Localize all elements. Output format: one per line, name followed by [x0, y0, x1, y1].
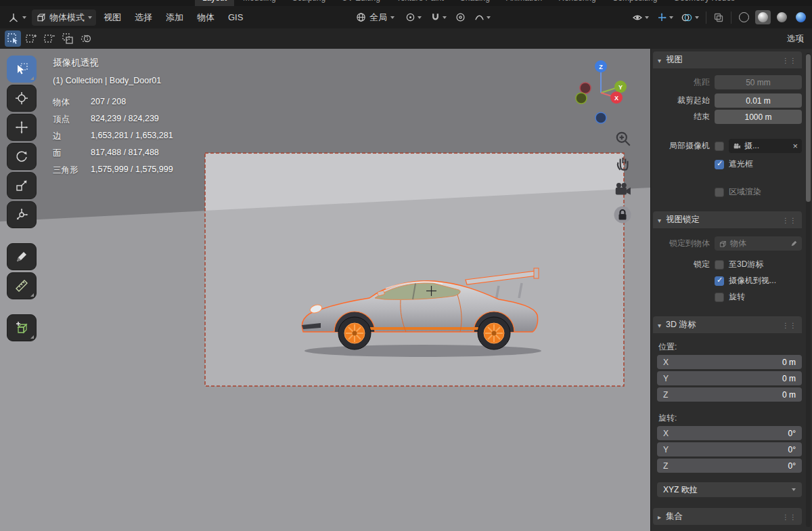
- select-mode-extend-button[interactable]: [23, 30, 39, 47]
- overlays-toggle[interactable]: [679, 11, 701, 24]
- focal-length-field[interactable]: 50 mm: [715, 75, 802, 89]
- panel-grip-icon[interactable]: [782, 215, 797, 225]
- menu-gis[interactable]: GIS: [222, 9, 249, 25]
- cursor-rotation-x-field[interactable]: X 0°: [657, 426, 802, 440]
- material-sphere-icon: [777, 12, 787, 22]
- viewport-statistics: 摄像机透视 (1) Collection | Body_Door01 物体207…: [53, 57, 173, 176]
- pivot-point-icon: [405, 12, 415, 22]
- proportional-falloff-select[interactable]: [472, 11, 493, 24]
- car-shadow: [304, 345, 541, 357]
- cursor-location-y-field[interactable]: Y 0 m: [657, 371, 802, 385]
- lock-to-object-field[interactable]: 物体: [715, 236, 802, 251]
- panel-grip-icon[interactable]: [782, 320, 797, 330]
- menu-object[interactable]: 物体: [191, 9, 221, 26]
- camera-lock-button[interactable]: [613, 205, 632, 224]
- workspace-tab-shading[interactable]: Shading: [453, 0, 497, 6]
- panel-header-view-lock[interactable]: 视图锁定: [653, 211, 802, 228]
- lock-to-object-label: 锁定到物体: [654, 238, 715, 249]
- tool-transform[interactable]: [7, 201, 37, 228]
- snap-toggle[interactable]: [428, 11, 449, 24]
- panel-header-collection[interactable]: 集合: [653, 508, 802, 525]
- tool-add-primitive[interactable]: [7, 314, 37, 341]
- panel-header-view[interactable]: 视图: [653, 51, 802, 68]
- scrollbar-thumb[interactable]: [806, 54, 811, 202]
- mode-select[interactable]: 物体模式: [32, 9, 96, 26]
- tool-options-button[interactable]: 选项: [787, 33, 804, 45]
- workspace-tab-uv-editing[interactable]: UV Editing: [334, 0, 388, 6]
- workspace-tab-modeling[interactable]: Modeling: [235, 0, 284, 6]
- workspace-tab-compositing[interactable]: Compositing: [605, 0, 665, 6]
- shading-wireframe-button[interactable]: [736, 10, 752, 24]
- stat-label: 边: [53, 131, 91, 142]
- passepartout-checkbox[interactable]: [715, 160, 724, 169]
- proportional-editing-toggle[interactable]: [453, 11, 468, 24]
- camera-to-view-checkbox[interactable]: [715, 276, 724, 286]
- select-mode-intersect-button[interactable]: [78, 30, 94, 47]
- panel-grip-icon[interactable]: [782, 512, 797, 522]
- tool-rotate[interactable]: [7, 143, 37, 170]
- editor-type-button[interactable]: [4, 10, 30, 25]
- panel-header-3d-cursor[interactable]: 3D 游标: [653, 316, 802, 333]
- rotation-mode-dropdown[interactable]: XYZ 欧拉: [657, 482, 802, 497]
- clip-end-field[interactable]: 1000 m: [715, 110, 802, 124]
- tool-annotate[interactable]: [7, 243, 37, 270]
- menu-add[interactable]: 添加: [160, 9, 189, 26]
- separator: [706, 12, 706, 24]
- xray-toggle[interactable]: [711, 11, 726, 24]
- cursor-rotation-y-field[interactable]: Y 0°: [657, 442, 802, 456]
- tool-move[interactable]: [7, 114, 37, 141]
- clip-start-field[interactable]: 0.01 m: [715, 93, 802, 108]
- select-intersect-icon: [80, 33, 92, 45]
- transform-orientation-select[interactable]: 全局: [352, 9, 399, 26]
- tool-scale[interactable]: [7, 172, 37, 199]
- chevron-down-icon: [658, 320, 666, 330]
- toolbar-gap: [7, 301, 37, 312]
- cursor-location-z-field[interactable]: Z 0 m: [657, 387, 802, 402]
- select-mode-subtract-button[interactable]: [41, 30, 58, 47]
- select-mode-set-button[interactable]: [5, 30, 21, 47]
- workspace-tab-animation[interactable]: Animation: [499, 0, 549, 6]
- shading-rendered-button[interactable]: [793, 10, 809, 24]
- shading-material-button[interactable]: [774, 10, 790, 24]
- lock-to-cursor-checkbox[interactable]: [715, 260, 724, 270]
- gizmos-toggle[interactable]: [654, 11, 675, 24]
- sidebar-n-panel: 视图 焦距 50 mm 裁剪起始 0.01 m 结束 1000 m 局部摄像机: [650, 49, 812, 531]
- menu-view[interactable]: 视图: [97, 9, 127, 26]
- sidebar-scrollbar[interactable]: [806, 53, 811, 527]
- tool-select-box[interactable]: [7, 56, 37, 83]
- shading-solid-button[interactable]: [755, 10, 771, 24]
- panel-grip-icon[interactable]: [782, 56, 797, 65]
- axis-label: X: [663, 358, 669, 367]
- zoom-button[interactable]: [614, 130, 632, 148]
- tool-measure[interactable]: [7, 272, 37, 299]
- menu-select[interactable]: 选择: [129, 9, 158, 26]
- workspace-tab-texture-paint[interactable]: Texture Paint: [389, 0, 451, 6]
- object-visibility-select[interactable]: [630, 11, 651, 24]
- workspace-tab-geometry-nodes[interactable]: Geometry Nodes: [666, 0, 742, 6]
- local-camera-checkbox[interactable]: [715, 142, 724, 151]
- local-camera-field[interactable]: 摄...: [729, 139, 802, 153]
- camera-view-button[interactable]: [613, 180, 632, 198]
- orientation-label: 全局: [369, 12, 387, 24]
- object-origin-crosshair: [426, 286, 436, 296]
- clear-icon[interactable]: [792, 142, 798, 151]
- car-model[interactable]: [298, 257, 555, 364]
- workspace-tab-sculpting[interactable]: Sculpting: [285, 0, 333, 6]
- cursor-location-x-field[interactable]: X 0 m: [657, 355, 802, 369]
- gizmo-axis-neg-y: [576, 93, 587, 104]
- workspace-tabs-strip: Layout Modeling Sculpting UV Editing Tex…: [0, 0, 812, 6]
- viewport-3d[interactable]: 摄像机透视 (1) Collection | Body_Door01 物体207…: [0, 49, 650, 531]
- workspace-tab-layout[interactable]: Layout: [195, 0, 234, 6]
- axis-value: 0 m: [782, 374, 796, 383]
- navigation-gizmo[interactable]: Z Y X: [566, 57, 636, 127]
- workspace-tab-rendering[interactable]: Rendering: [551, 0, 603, 6]
- pivot-point-select[interactable]: [403, 11, 424, 24]
- solid-sphere-icon: [758, 12, 768, 22]
- tool-cursor[interactable]: [7, 85, 37, 112]
- lock-rotation-checkbox[interactable]: [715, 293, 724, 302]
- pan-button[interactable]: [614, 155, 632, 173]
- cursor-rotation-z-field[interactable]: Z 0°: [657, 459, 802, 473]
- select-mode-invert-button[interactable]: [60, 30, 76, 47]
- render-region-checkbox[interactable]: [715, 188, 724, 197]
- add-cube-icon: [15, 321, 28, 335]
